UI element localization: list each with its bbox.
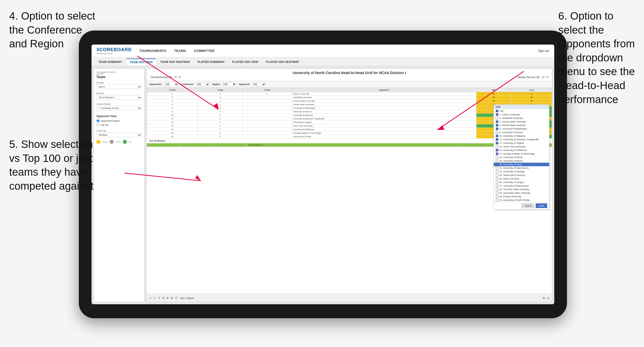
dropdown-item[interactable]: 9. University of Arizona — [494, 131, 549, 134]
dropdown-item-label: 18. University of Illinois — [499, 160, 523, 162]
tab-team-h2h-heatmap[interactable]: TEAM H2H HEATMAP — [157, 59, 193, 65]
dropdown-checkbox — [496, 174, 498, 176]
radio-top100[interactable]: Top 100 — [96, 123, 142, 127]
main-content: Last Updated: 4/16/2024 16:55:38 Team Ge… — [92, 66, 554, 304]
radio-opponents-played[interactable]: Opponents Played — [96, 119, 142, 122]
dropdown-checkbox — [496, 167, 498, 169]
cell-rank: 12 — [147, 121, 198, 124]
dropdown-item[interactable]: 29. San Diego State University — [494, 191, 549, 195]
dropdown-item[interactable]: 31. University of North Florida — [494, 198, 549, 202]
dropdown-item[interactable]: 15. Georgia Institute of Technology — [494, 152, 549, 156]
tab-team-h2h-grid[interactable]: TEAM H2H GRID — [127, 59, 156, 65]
copy-icon[interactable]: ⧉ — [167, 296, 169, 300]
nav-teams[interactable]: TEAMS — [174, 48, 186, 54]
cell-conf — [243, 96, 292, 99]
conference-select[interactable]: (All) — [194, 82, 210, 86]
dropdown-item-label: 2. Auburn University — [499, 113, 520, 116]
view-label: View: Original — [180, 297, 194, 299]
logo-sub: Powered by Sport — [97, 52, 132, 55]
dropdown-item[interactable]: 23. Texas A&M University — [494, 173, 549, 177]
col-rag: # Rag — [198, 88, 243, 92]
cell-conf — [243, 135, 292, 138]
gender-select[interactable]: Men's — [96, 85, 142, 89]
opponent-view-title: Opponent View — [96, 115, 142, 118]
division-select[interactable]: NCAA Division I — [96, 95, 142, 100]
tablet-screen: 5COREBOARD Powered by Sport TOURNAMENTS … — [92, 45, 554, 304]
dropdown-item[interactable]: 27. University of Notre Dame — [494, 184, 549, 188]
dropdown-item-label: (All) — [499, 110, 503, 112]
dropdown-checkbox — [496, 199, 498, 201]
grid-records: Overall Record: 89 - 17 - 0 Division Rec… — [151, 76, 548, 79]
cell-win: 0 — [476, 96, 511, 99]
opponent-dropdown[interactable]: (All)(All)2. Auburn University3. Vanderb… — [493, 104, 549, 210]
dropdown-item[interactable]: 3. Vanderbilt University — [494, 116, 549, 120]
undo-icon[interactable]: ↩ — [149, 296, 152, 300]
region-label: Region — [212, 83, 220, 86]
table-row: 12 3 University of Virginia 1 0 — [147, 121, 552, 124]
dropdown-checkbox — [496, 192, 498, 194]
apply-button[interactable]: Apply — [536, 203, 547, 208]
dropdown-item[interactable]: 18. University of Illinois — [494, 159, 549, 163]
dropdown-item[interactable]: 12. University of Virginia — [494, 141, 549, 145]
cell-rank: 8 — [147, 106, 198, 110]
dropdown-checkbox — [496, 142, 498, 144]
cell-rank: 4 — [147, 99, 198, 103]
dropdown-item[interactable]: 21. University of New Mexico — [494, 166, 549, 170]
dropdown-item[interactable]: 13. Texas Tech University — [494, 145, 549, 148]
dropdown-item[interactable]: 16. University of Illinois — [494, 156, 549, 159]
cell-rag: 1 — [198, 99, 243, 103]
tab-player-summary[interactable]: PLAYER SUMMARY — [194, 59, 228, 65]
dropdown-item[interactable]: 20. University of Texas — [494, 163, 549, 166]
sign-out[interactable]: Sign out — [538, 49, 549, 53]
colour-by-select[interactable]: Win/loss — [96, 133, 142, 137]
col-rank: # Rank — [147, 88, 198, 92]
redo-icon[interactable]: ↪ — [154, 296, 156, 300]
dropdown-item[interactable]: 14. University of Oklahoma — [494, 148, 549, 152]
dropdown-item[interactable]: 8. University of Washington — [494, 127, 549, 131]
dropdown-item[interactable]: 6. Florida State University — [494, 123, 549, 127]
clock-icon[interactable]: ⏱ — [175, 297, 178, 300]
opponent-select[interactable]: (All) — [251, 82, 266, 86]
top-nav: 5COREBOARD Powered by Sport TOURNAMENTS … — [92, 45, 554, 57]
tab-team-summary[interactable]: TEAM SUMMARY — [95, 59, 125, 65]
school-select[interactable]: 1. University of Nort... — [96, 106, 142, 110]
colour-legend: Down Level Up — [96, 140, 142, 144]
dropdown-item[interactable]: 25. University of Oregon — [494, 181, 549, 184]
swap-icon[interactable]: ⇄ — [162, 296, 164, 300]
dropdown-item[interactable]: 10. University of Alabama — [494, 134, 549, 138]
cell-conf — [243, 128, 292, 131]
dropdown-checkbox — [496, 117, 498, 119]
dropdown-item[interactable]: 22. University of Georgia — [494, 170, 549, 173]
col-win: Win — [476, 88, 511, 92]
nav-committee[interactable]: COMMITTEE — [194, 48, 215, 54]
reset-icon[interactable]: ↺ — [158, 296, 160, 300]
dropdown-item[interactable]: 24. Duke University — [494, 177, 549, 181]
dropdown-item[interactable]: 28. The Ohio State University — [494, 188, 549, 191]
cell-loss: 1 — [511, 99, 552, 103]
table-row: 2 1 1 Auburn University 2 1 — [147, 92, 552, 96]
dropdown-item[interactable]: (All) — [494, 109, 549, 113]
dropdown-item[interactable]: 11. University of Arkansas, Fayetteville — [494, 138, 549, 141]
table-row: 8 2 University of Washington 1 0 — [147, 106, 552, 110]
table-row: 16 3 University of Florida 5 — [147, 135, 552, 138]
print-icon[interactable]: ⊞ — [171, 296, 173, 300]
filters-row: Opponents: (All) Conference (All) Region — [147, 81, 552, 88]
cell-rag: 1 — [198, 124, 243, 128]
tab-player-h2h-heatmap[interactable]: PLAYER H2H HEATMAP — [263, 59, 302, 65]
region-select[interactable]: (All) — [221, 82, 236, 86]
toolbar-w: W — [547, 297, 550, 299]
cell-rag: 2 — [198, 128, 243, 131]
cell-conf — [243, 131, 292, 135]
col-opponent: Opponent — [292, 88, 476, 92]
dropdown-item[interactable]: 30. Purdue University — [494, 195, 549, 198]
cancel-button[interactable]: Cancel — [521, 203, 534, 208]
dropdown-item[interactable]: 4. Arizona State University — [494, 120, 549, 123]
dropdown-item[interactable]: 2. Auburn University — [494, 113, 549, 116]
tab-player-h2h-grid[interactable]: PLAYER H2H GRID — [229, 59, 262, 65]
nav-tournaments[interactable]: TOURNAMENTS — [139, 48, 166, 54]
logo-area: 5COREBOARD Powered by Sport — [97, 47, 132, 55]
table-row: 10 5 University of Alabama 3 0 — [147, 114, 552, 117]
opponents-select[interactable]: (All) — [163, 82, 178, 86]
opponent-filter: Opponent (All) — [239, 82, 266, 86]
cell-win: 5 — [476, 99, 511, 103]
